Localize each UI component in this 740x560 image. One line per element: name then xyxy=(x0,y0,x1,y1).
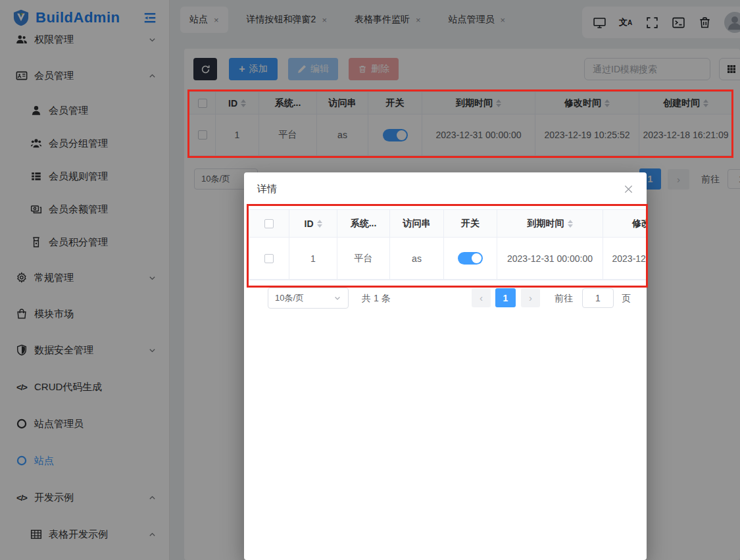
column-label: 修改时间 xyxy=(632,218,647,230)
next-icon: › xyxy=(529,292,532,303)
modal-sites-table: ID系统...访问串开关到期时间修改时间创建时间1平台as2023-12-31 … xyxy=(249,209,647,280)
modal-prev-page-button[interactable]: ‹ xyxy=(472,288,491,307)
page-number: 1 xyxy=(503,293,508,303)
column-label: 开关 xyxy=(461,218,480,230)
sort-icon xyxy=(568,220,573,228)
cell-id: 1 xyxy=(289,238,337,280)
column-header-access: 访问串 xyxy=(390,210,444,238)
column-header-expire[interactable]: 到期时间 xyxy=(497,210,603,238)
modal-page-unit-label: 页 xyxy=(622,293,631,305)
table-header-row: ID系统...访问串开关到期时间修改时间创建时间 xyxy=(249,210,646,238)
modal-title: 详情 xyxy=(257,183,277,195)
column-header-modified[interactable]: 修改时间 xyxy=(603,210,647,238)
modal-page-size-select[interactable]: 10条/页 xyxy=(268,288,349,309)
detail-modal: 详情 ID系统...访问串开关到期时间修改时间创建时间1平台as2023-12-… xyxy=(244,172,647,560)
modal-goto-label: 前往 xyxy=(555,293,573,305)
column-label: ID xyxy=(305,218,314,229)
cell-expire: 2023-12-31 00:00:00 xyxy=(497,238,603,280)
column-label: 到期时间 xyxy=(528,218,564,230)
switch-toggle-on[interactable] xyxy=(458,252,483,265)
cell-access: as xyxy=(390,238,444,280)
column-header-system: 系统... xyxy=(337,210,390,238)
column-header-switch: 开关 xyxy=(444,210,497,238)
modal-page-1-button[interactable]: 1 xyxy=(495,288,516,307)
column-label: 系统... xyxy=(351,218,377,230)
close-icon[interactable] xyxy=(624,184,633,194)
modal-page-size-value: 10条/页 xyxy=(275,292,304,304)
prev-icon: ‹ xyxy=(480,292,483,303)
sort-icon xyxy=(317,220,322,228)
cell-sel xyxy=(249,238,289,280)
select-all-checkbox[interactable] xyxy=(264,219,274,228)
cell-system: 平台 xyxy=(337,238,390,280)
cell-switch xyxy=(444,238,497,280)
modal-next-page-button[interactable]: › xyxy=(521,288,540,307)
table-row: 1平台as2023-12-31 00:00:002023-12-19 10:25… xyxy=(249,238,646,280)
column-header-sel[interactable] xyxy=(249,210,289,238)
modal-header: 详情 xyxy=(244,172,647,205)
total-count-label: 共 1 条 xyxy=(362,293,391,305)
cell-modified: 2023-12-19 10:25:52 xyxy=(603,238,647,280)
modal-goto-page-input[interactable] xyxy=(582,288,614,308)
buildadmin-app: BuildAdmin 权限管理会员管理会员管理会员分组管理会员规则管理会员余额管… xyxy=(0,0,740,560)
chevron-down-icon xyxy=(333,294,341,302)
column-label: 访问串 xyxy=(403,218,431,230)
column-header-id[interactable]: ID xyxy=(289,210,337,238)
row-checkbox[interactable] xyxy=(264,254,274,263)
